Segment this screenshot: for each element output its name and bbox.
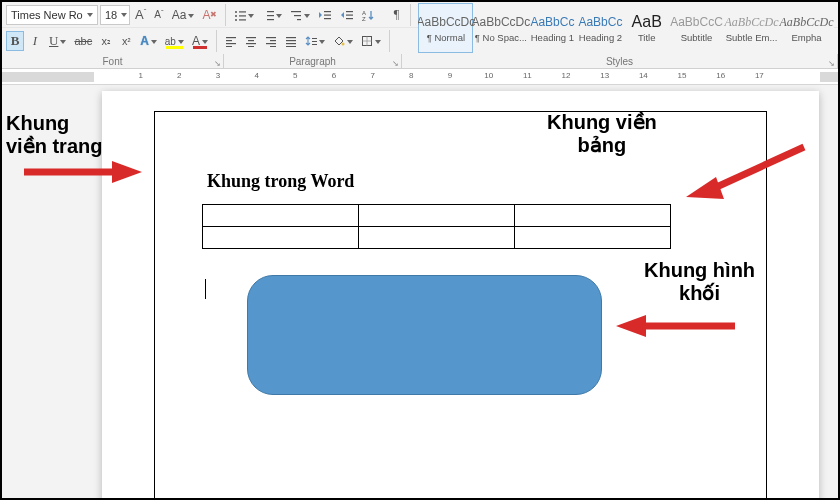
svg-rect-6: [267, 11, 274, 12]
svg-text:Z: Z: [362, 16, 366, 21]
font-color-button[interactable]: A: [189, 31, 211, 51]
annotation-page-border: Khungviền trang: [6, 112, 102, 158]
superscript-button[interactable]: x: [117, 31, 135, 51]
justify-icon: [285, 35, 297, 47]
sort-button[interactable]: AZ: [359, 5, 385, 25]
change-case-button[interactable]: Aa: [169, 5, 198, 25]
line-spacing-button[interactable]: [302, 31, 328, 51]
bullets-icon: [234, 9, 246, 21]
bucket-icon: [333, 35, 345, 47]
bullets-button[interactable]: [231, 5, 257, 25]
separator: [225, 4, 226, 26]
font-size-combo[interactable]: 18: [100, 5, 130, 25]
clear-formatting-button[interactable]: A✖: [199, 5, 220, 25]
style-name: Subtitle: [681, 32, 713, 43]
ruler-number: 14: [639, 71, 648, 80]
chevron-down-icon: [188, 14, 194, 18]
dialog-launcher-icon[interactable]: ↘: [828, 59, 835, 68]
svg-marker-48: [616, 315, 646, 337]
svg-line-45: [710, 147, 804, 190]
style-item-empha[interactable]: AaBbCcDcEmpha: [779, 3, 834, 53]
ribbon-group-labels: Font↘ Paragraph↘ Styles↘: [2, 54, 838, 68]
justify-button[interactable]: [282, 31, 300, 51]
multilevel-list-button[interactable]: [287, 5, 313, 25]
ruler-number: 2: [177, 71, 181, 80]
align-right-button[interactable]: [262, 31, 280, 51]
svg-rect-9: [291, 11, 301, 12]
table-row[interactable]: [203, 205, 671, 227]
style-item-subtitle[interactable]: AaBbCcCSubtitle: [669, 3, 724, 53]
arrow-left-icon: [610, 313, 740, 339]
style-item-nospac[interactable]: AaBbCcDc¶ No Spac...: [473, 3, 528, 53]
shrink-font-button[interactable]: Aˇ: [151, 5, 166, 25]
svg-rect-11: [297, 19, 301, 20]
chevron-down-icon: [375, 40, 381, 44]
ruler-ticks: 1234567891011121314151617: [102, 72, 816, 82]
svg-rect-27: [248, 46, 254, 47]
styles-gallery[interactable]: AaBbCcDc¶ NormalAaBbCcDc¶ No Spac...AaBb…: [418, 3, 834, 53]
style-preview: AaBbCcDc: [780, 12, 834, 32]
svg-rect-1: [239, 11, 246, 12]
italic-button[interactable]: I: [26, 31, 44, 51]
subscript-button[interactable]: x: [97, 31, 115, 51]
svg-marker-44: [112, 161, 142, 183]
style-name: Title: [638, 32, 656, 43]
underline-button[interactable]: U: [46, 31, 69, 51]
ribbon-row-top: Times New Ro 18 Aˆ Aˇ Aa A✖: [2, 2, 838, 28]
svg-rect-17: [346, 18, 353, 19]
chevron-down-icon: [151, 40, 157, 44]
fontcolor-swatch: [193, 46, 207, 49]
numbering-button[interactable]: [259, 5, 285, 25]
bold-button[interactable]: B: [6, 31, 24, 51]
font-name-combo[interactable]: Times New Ro: [6, 5, 98, 25]
highlight-swatch: [166, 46, 183, 49]
decrease-indent-button[interactable]: [315, 5, 335, 25]
chevron-down-icon: [202, 40, 208, 44]
style-item-title[interactable]: AaBTitle: [624, 3, 669, 53]
horizontal-ruler[interactable]: 1234567891011121314151617: [2, 69, 838, 85]
shading-button[interactable]: [330, 31, 356, 51]
chevron-down-icon: [87, 13, 93, 17]
style-item-heading1[interactable]: AaBbCcHeading 1: [528, 3, 576, 53]
svg-rect-13: [324, 14, 331, 15]
sample-table[interactable]: [202, 204, 671, 249]
svg-rect-10: [294, 15, 301, 16]
font-name-value: Times New Ro: [11, 9, 83, 21]
dialog-launcher-icon[interactable]: ↘: [214, 59, 221, 68]
style-item-subtleem[interactable]: AaBbCcDcSubtle Em...: [724, 3, 779, 53]
svg-rect-25: [248, 40, 254, 41]
strikethrough-button[interactable]: abc: [71, 31, 95, 51]
style-preview: AaBbCcDc: [472, 12, 531, 32]
style-name: Heading 2: [579, 32, 622, 43]
highlight-button[interactable]: ab: [162, 31, 187, 51]
text-cursor: [205, 279, 206, 299]
separator: [389, 30, 390, 52]
sort-icon: AZ: [362, 9, 374, 21]
svg-rect-22: [226, 43, 236, 44]
rounded-rectangle-shape[interactable]: [247, 275, 602, 395]
svg-point-4: [235, 19, 237, 21]
style-item-heading2[interactable]: AaBbCcHeading 2: [576, 3, 624, 53]
document-heading[interactable]: Khung trong Word: [207, 171, 354, 192]
svg-rect-36: [312, 38, 317, 39]
table-row[interactable]: [203, 227, 671, 249]
style-item-normal[interactable]: AaBbCcDc¶ Normal: [418, 3, 473, 53]
svg-rect-28: [266, 37, 276, 38]
document-area: 1234567891011121314151617 Khung trong Wo…: [2, 69, 838, 498]
increase-indent-button[interactable]: [337, 5, 357, 25]
dialog-launcher-icon[interactable]: ↘: [392, 59, 399, 68]
svg-rect-35: [286, 46, 296, 47]
text-effects-button[interactable]: A: [137, 31, 160, 51]
align-left-button[interactable]: [222, 31, 240, 51]
group-label-font: Font↘: [2, 54, 224, 68]
align-center-button[interactable]: [242, 31, 260, 51]
borders-button[interactable]: [358, 31, 384, 51]
svg-rect-14: [324, 18, 331, 19]
arrow-right-icon: [24, 159, 144, 185]
svg-point-2: [235, 15, 237, 17]
grow-font-button[interactable]: Aˆ: [132, 5, 149, 25]
svg-point-39: [341, 43, 344, 46]
show-marks-button[interactable]: ¶: [387, 5, 405, 25]
ruler-margin-left: [2, 72, 94, 82]
style-preview: AaBbCc: [578, 12, 622, 32]
